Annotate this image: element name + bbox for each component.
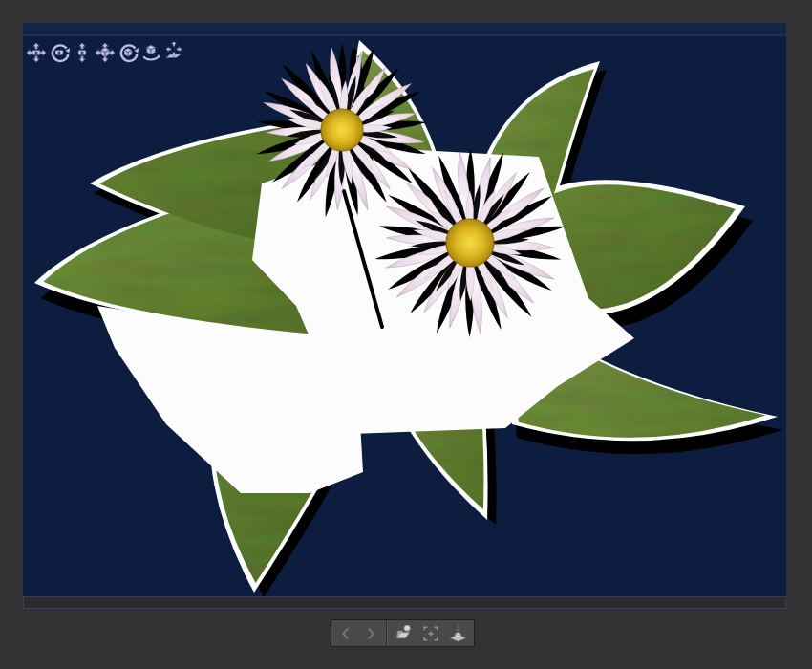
model-viewer-window <box>0 0 812 669</box>
rotate-object-icon[interactable] <box>118 42 139 63</box>
chevron-right-icon <box>361 624 380 643</box>
open-model-button[interactable] <box>391 621 417 645</box>
zoom-extents-icon <box>421 624 440 643</box>
flower-center <box>446 219 494 267</box>
chevron-left-icon <box>336 624 355 643</box>
scene-canvas <box>23 23 786 596</box>
timeline-strip <box>23 596 786 609</box>
zoom-camera-icon[interactable] <box>72 42 93 63</box>
toolbar-separator <box>386 621 388 645</box>
translate-object-icon[interactable] <box>95 42 116 63</box>
drop-to-ground-icon <box>448 623 468 643</box>
open-model-icon <box>395 623 415 643</box>
next-button[interactable] <box>358 621 383 645</box>
orbit-camera-icon[interactable] <box>49 42 70 63</box>
previous-button[interactable] <box>333 621 358 645</box>
zoom-extents-button[interactable] <box>417 621 444 645</box>
viewport-nav-toolbar <box>26 42 184 63</box>
bottom-toolbar <box>331 619 475 647</box>
pan-camera-icon[interactable] <box>26 42 47 63</box>
flower-center <box>321 109 363 151</box>
spin-object-icon[interactable] <box>140 42 161 63</box>
viewport-3d[interactable] <box>23 23 786 596</box>
translate-ground-icon[interactable] <box>163 42 184 63</box>
drop-to-ground-button[interactable] <box>444 621 471 645</box>
